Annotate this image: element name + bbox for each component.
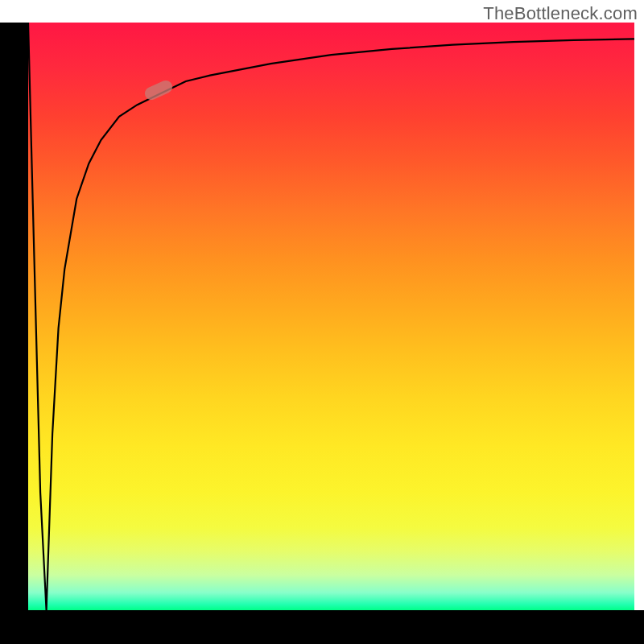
chart-container: TheBottleneck.com <box>0 0 644 644</box>
y-axis <box>0 23 28 610</box>
x-axis <box>0 610 644 644</box>
bottleneck-curve <box>28 23 634 610</box>
watermark-text: TheBottleneck.com <box>483 3 638 24</box>
